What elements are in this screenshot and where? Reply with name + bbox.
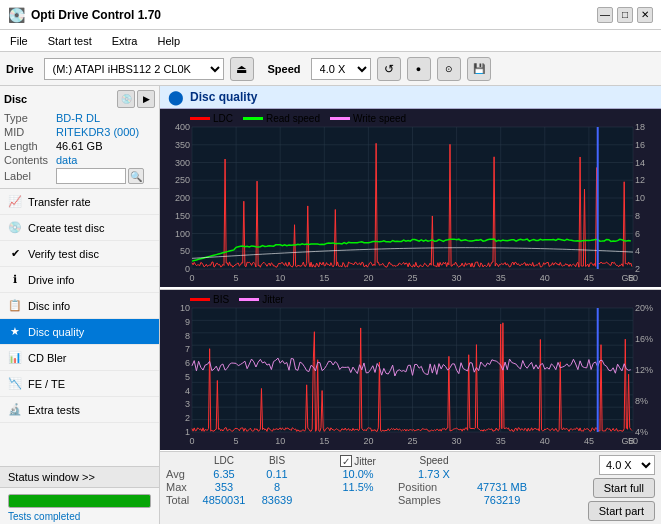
charts-container: LDC Read speed Write speed bbox=[160, 109, 661, 451]
bottom-chart-legend: BIS Jitter bbox=[190, 294, 284, 305]
menu-extra[interactable]: Extra bbox=[106, 33, 144, 49]
eject-button[interactable]: ⏏ bbox=[230, 57, 254, 81]
disc-length-row: Length 46.61 GB bbox=[4, 140, 155, 152]
nav-fe-te[interactable]: 📉 FE / TE bbox=[0, 371, 159, 397]
stat-avg-jitter: 10.0% bbox=[322, 468, 394, 480]
refresh-button[interactable]: ↺ bbox=[377, 57, 401, 81]
progress-section: Tests completed bbox=[0, 488, 159, 524]
stat-empty-max bbox=[302, 481, 322, 493]
status-window-label: Status window >> bbox=[8, 471, 95, 483]
minimize-button[interactable]: — bbox=[597, 7, 613, 23]
nav-menu: 📈 Transfer rate 💿 Create test disc ✔ Ver… bbox=[0, 189, 159, 466]
legend-ldc-color bbox=[190, 117, 210, 120]
speed-label: Speed bbox=[268, 63, 301, 75]
stat-empty-hdr bbox=[166, 455, 196, 467]
jitter-checkbox[interactable]: ✓ bbox=[340, 455, 352, 467]
status-window-button[interactable]: Status window >> bbox=[0, 466, 159, 488]
stat-max-bis: 8 bbox=[252, 481, 302, 493]
stat-bis-hdr: BIS bbox=[252, 455, 302, 467]
disc-quality-header-icon: ⬤ bbox=[168, 89, 184, 105]
nav-extra-tests-label: Extra tests bbox=[28, 404, 80, 416]
right-controls: 4.0 X Start full Start part bbox=[565, 455, 655, 521]
stats-table: LDC BIS ✓ Jitter Speed Avg 6.35 bbox=[166, 455, 559, 506]
stat-empty-avg2 bbox=[474, 468, 530, 480]
legend-jitter-label: Jitter bbox=[262, 294, 284, 305]
disc-mid-value: RITEKDR3 (000) bbox=[56, 126, 139, 138]
disc-contents-label: Contents bbox=[4, 154, 56, 166]
legend-read-speed: Read speed bbox=[243, 113, 320, 124]
disc-type-value: BD-R DL bbox=[56, 112, 100, 124]
stat-empty-total2 bbox=[322, 494, 394, 506]
stat-avg-speed: 1.73 X bbox=[394, 468, 474, 480]
legend-write-speed: Write speed bbox=[330, 113, 406, 124]
legend-ldc: LDC bbox=[190, 113, 233, 124]
create-test-disc-icon: 💿 bbox=[8, 221, 22, 235]
verify-test-disc-icon: ✔ bbox=[8, 247, 22, 261]
legend-jitter-color bbox=[239, 298, 259, 301]
speed-select[interactable]: 4.0 X bbox=[311, 58, 371, 80]
nav-transfer-rate[interactable]: 📈 Transfer rate bbox=[0, 189, 159, 215]
disc-mid-row: MID RITEKDR3 (000) bbox=[4, 126, 155, 138]
nav-fe-te-label: FE / TE bbox=[28, 378, 65, 390]
titlebar-controls[interactable]: — □ ✕ bbox=[597, 7, 653, 23]
nav-transfer-rate-label: Transfer rate bbox=[28, 196, 91, 208]
record-button[interactable]: ● bbox=[407, 57, 431, 81]
disc-quality-title: Disc quality bbox=[190, 90, 257, 104]
top-chart-wrapper: LDC Read speed Write speed bbox=[160, 109, 661, 290]
top-chart-legend: LDC Read speed Write speed bbox=[190, 113, 406, 124]
drive-info-icon: ℹ bbox=[8, 273, 22, 287]
maximize-button[interactable]: □ bbox=[617, 7, 633, 23]
nav-extra-tests[interactable]: 🔬 Extra tests bbox=[0, 397, 159, 423]
save-button[interactable]: 💾 bbox=[467, 57, 491, 81]
close-button[interactable]: ✕ bbox=[637, 7, 653, 23]
disc-label-row: Label 🔍 bbox=[4, 168, 155, 184]
main-area: Disc 💿 ▶ Type BD-R DL MID RITEKDR3 (000)… bbox=[0, 86, 661, 524]
disc-quality-icon: ★ bbox=[8, 325, 22, 339]
legend-bis-label: BIS bbox=[213, 294, 229, 305]
label-search-button[interactable]: 🔍 bbox=[128, 168, 144, 184]
stat-total-label: Total bbox=[166, 494, 196, 506]
menu-help[interactable]: Help bbox=[151, 33, 186, 49]
nav-disc-quality[interactable]: ★ Disc quality bbox=[0, 319, 159, 345]
menu-start-test[interactable]: Start test bbox=[42, 33, 98, 49]
nav-verify-test-disc[interactable]: ✔ Verify test disc bbox=[0, 241, 159, 267]
legend-read-speed-label: Read speed bbox=[266, 113, 320, 124]
stat-avg-ldc: 6.35 bbox=[196, 468, 252, 480]
nav-disc-info[interactable]: 📋 Disc info bbox=[0, 293, 159, 319]
start-full-button[interactable]: Start full bbox=[593, 478, 655, 498]
disc-icon-btn-2[interactable]: ▶ bbox=[137, 90, 155, 108]
legend-write-speed-label: Write speed bbox=[353, 113, 406, 124]
nav-disc-info-label: Disc info bbox=[28, 300, 70, 312]
stat-ldc-hdr: LDC bbox=[196, 455, 252, 467]
disc-type-label: Type bbox=[4, 112, 56, 124]
nav-verify-test-disc-label: Verify test disc bbox=[28, 248, 99, 260]
cd-bler-icon: 📊 bbox=[8, 351, 22, 365]
stat-samples-value: 763219 bbox=[474, 494, 530, 506]
stat-max-ldc: 353 bbox=[196, 481, 252, 493]
app-icon: 💽 bbox=[8, 7, 25, 23]
top-chart-canvas bbox=[160, 109, 661, 287]
drive-select[interactable]: (M:) ATAPI iHBS112 2 CL0K bbox=[44, 58, 224, 80]
nav-cd-bler-label: CD Bler bbox=[28, 352, 67, 364]
disc-icons: 💿 ▶ bbox=[117, 90, 155, 108]
disc-contents-value: data bbox=[56, 154, 77, 166]
disc-contents-row: Contents data bbox=[4, 154, 155, 166]
disc-icon-btn-1[interactable]: 💿 bbox=[117, 90, 135, 108]
stat-empty-hdr3 bbox=[474, 455, 530, 467]
speed-combo-select[interactable]: 4.0 X bbox=[599, 455, 655, 475]
drive-label: Drive bbox=[6, 63, 34, 75]
nav-drive-info[interactable]: ℹ Drive info bbox=[0, 267, 159, 293]
titlebar: 💽 Opti Drive Control 1.70 — □ ✕ bbox=[0, 0, 661, 30]
disc-label-input[interactable] bbox=[56, 168, 126, 184]
toolbar: Drive (M:) ATAPI iHBS112 2 CL0K ⏏ Speed … bbox=[0, 52, 661, 86]
progress-bar-container bbox=[8, 494, 151, 508]
nav-cd-bler[interactable]: 📊 CD Bler bbox=[0, 345, 159, 371]
nav-create-test-disc[interactable]: 💿 Create test disc bbox=[0, 215, 159, 241]
stat-empty-hdr2 bbox=[302, 455, 322, 467]
disc-quality-header: ⬤ Disc quality bbox=[160, 86, 661, 109]
start-part-button[interactable]: Start part bbox=[588, 501, 655, 521]
mark-button[interactable]: ⊙ bbox=[437, 57, 461, 81]
menu-file[interactable]: File bbox=[4, 33, 34, 49]
stats-total-row: Total 4850031 83639 Samples 763219 bbox=[166, 494, 559, 506]
stat-samples-label: Samples bbox=[394, 494, 474, 506]
